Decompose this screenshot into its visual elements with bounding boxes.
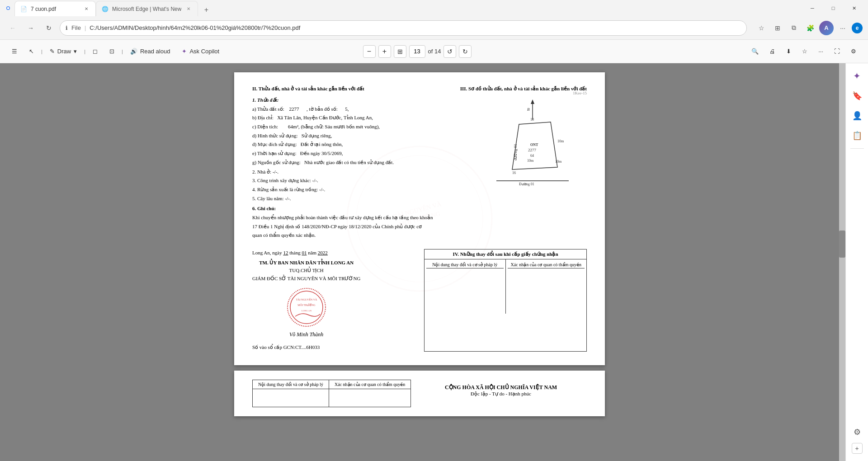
tab-edge[interactable]: 🌐 Microsoft Edge | What's New ✕ [96,1,198,16]
item-1g: g) Nguồn gốc sử dụng: Nhà nước giao đất … [252,158,478,167]
address-box[interactable]: ℹ File | C:/Users/ADMIN/Desktop/hinh/64m… [60,20,747,36]
tab-pdf-favicon: 📄 [20,6,27,12]
svg-text:Đường 01: Đường 01 [519,182,534,186]
svg-text:TÀI NGUYÊN VÀ: TÀI NGUYÊN VÀ [296,298,317,301]
collections-button[interactable]: ⊞ [770,21,785,35]
pdf-more-button[interactable]: ··· [814,44,828,59]
cursor-button[interactable]: ↖ [24,44,38,59]
title-bar: 📄 7 cuon.pdf ✕ 🌐 Microsoft Edge | What's… [0,0,868,16]
section2-title: II. Thửa đất, nhà ở và tài sản khác gắn … [252,86,364,92]
item-4: 4. Rừng sản xuất là rừng trồng: -/-. [252,185,478,194]
back-button[interactable]: ← [5,21,20,35]
sidebar-profile-button[interactable]: 👤 [848,107,866,125]
ask-copilot-button[interactable]: ✦ Ask Copilot [177,44,224,59]
svg-text:10m: 10m [557,139,564,143]
separator1: | [41,49,42,54]
svg-text:B: B [527,107,530,112]
minimize-button[interactable]: ─ [802,0,823,16]
svg-point-1 [7,7,9,9]
toggle-sidebar-button[interactable]: ☰ [7,44,22,59]
pdf-print-button[interactable]: 🖨 [765,44,780,59]
rotate-left-button[interactable]: ↺ [443,45,456,58]
more-button[interactable]: ··· [835,21,850,35]
tab-bar: 📄 7 cuon.pdf ✕ 🌐 Microsoft Edge | What's… [13,0,802,16]
item-3: 3. Công trình xây dựng khác: -/-. [252,176,478,185]
section4-cols: Nội dung thay đổi và cơ sở pháp lý Xác n… [425,259,586,314]
sidebar-copilot-button[interactable]: ✦ [848,67,866,85]
extensions-button[interactable]: 🧩 [803,21,817,35]
scrollbar[interactable] [839,63,845,461]
edge-icon[interactable]: e [852,23,863,33]
sidebar-settings-button[interactable]: ⚙ [848,423,866,441]
zoom-out-button[interactable]: − [363,45,376,58]
draw-button[interactable]: ✎ Draw ▾ [45,44,81,59]
pdf-favorites-button[interactable]: ☆ [797,44,812,59]
rotate-right-button[interactable]: ↻ [459,45,472,58]
split-button[interactable]: ⧉ [787,21,801,35]
section4-table: IV. Những thay đổi sau khi cấp giấy chứn… [424,249,587,352]
sig-date: Long An, ngày 12 tháng 01 năm 2022 [252,249,360,257]
svg-text:64: 64 [530,154,534,158]
tab-pdf-title: 7 cuon.pdf [31,6,79,12]
sidebar-bookmark-button[interactable]: 🔖 [848,87,866,105]
pdf-settings-button[interactable]: ⚙ [846,44,861,59]
draw-label: Draw [57,48,71,55]
sidebar-collections-button[interactable]: 📋 [848,127,866,145]
pdf-save-button[interactable]: ⬇ [782,44,796,59]
file-label: File [71,24,81,31]
fullscreen-button[interactable]: ⛶ [830,44,844,59]
tab-pdf[interactable]: 📄 7 cuon.pdf ✕ [14,1,96,16]
tab-edge-title: Microsoft Edge | What's New [112,6,181,12]
info-icon: ℹ [66,25,68,31]
section4-title: IV. Những thay đổi sau khi cấp giấy chứn… [425,249,586,259]
profile-button[interactable]: A [819,21,834,35]
bottom-col2-data [329,389,410,407]
erase-icon: ◻ [93,48,98,55]
bottom-col1-header: Nội dung thay đổi và cơ sở pháp lý [253,380,329,389]
pdf-content[interactable]: TÀI NGUYÊN VÀ MÔI TRƯỜNG II. Thửa đất, n… [0,63,839,461]
page-total: of 14 [428,48,441,55]
col2-header: Xác nhận của cơ quan có thẩm quyền [508,261,585,268]
favorites-button[interactable]: ☆ [754,21,769,35]
read-aloud-icon: 🔊 [130,48,137,55]
zoom-in-button[interactable]: + [378,45,391,58]
pdf-search-button[interactable]: 🔍 [747,44,763,59]
pdf-toolbar: ☰ ↖ | ✎ Draw ▾ | ◻ ⊡ | 🔊 Read aloud ✦ As… [0,40,868,63]
page-number-input[interactable] [409,45,425,58]
item-6-text3: quan có thẩm quyền xác nhận. [252,231,478,240]
tab-edge-close[interactable]: ✕ [185,5,192,13]
forward-button[interactable]: → [24,21,38,35]
so-vao: Số vào sổ cấp GCN:CT....6H033 [252,343,360,352]
maximize-button[interactable]: □ [823,0,844,16]
read-aloud-button[interactable]: 🔊 Read aloud [126,44,175,59]
pdf-navigation-controls: − + ⊞ of 14 ↺ ↻ [363,45,472,58]
item-1c: c) Diện tích: 64m², (bằng chữ: Sáu mươi … [252,122,478,131]
window-controls: ─ □ ✕ [802,0,864,16]
refresh-button[interactable]: ↻ [42,21,56,35]
item-6-text2: 17 Điều 1 Nghị định số 148/2020/NĐ-CP ng… [252,222,478,231]
svg-text:LONG AN: LONG AN [302,310,311,312]
svg-text:16: 16 [512,171,516,175]
svg-point-21 [288,288,326,326]
browser-toolbar-icons: ☆ ⊞ ⧉ 🧩 A ··· e [754,21,863,35]
pdf-page-13: TÀI NGUYÊN VÀ MÔI TRƯỜNG II. Thửa đất, n… [234,72,605,365]
sidebar-expand-button[interactable]: + [852,443,863,454]
close-button[interactable]: ✕ [844,0,864,16]
fit-page-button[interactable]: ⊞ [394,45,406,58]
new-tab-button[interactable]: + [200,4,212,16]
tab-pdf-close[interactable]: ✕ [83,5,90,13]
erase-button[interactable]: ◻ [88,44,102,59]
sig-left: Long An, ngày 12 tháng 01 năm 2022 TM. Ủ… [252,249,360,352]
sidebar-divider [850,148,864,149]
layout-button[interactable]: ⊡ [105,44,119,59]
scrollbar-thumb[interactable] [839,230,845,258]
official-stamp: TÀI NGUYÊN VÀ MÔI TRƯỜNG LONG AN [286,287,327,330]
item-1e: e) Thời hạn sử dụng: Đến ngày 30/5/2069, [252,149,478,158]
separator3: | [122,49,123,54]
separator2: | [84,49,85,54]
ask-copilot-icon: ✦ [182,48,187,55]
url-text: C:/Users/ADMIN/Desktop/hinh/64m2%20lk06-… [90,24,741,31]
item-5: 5. Cây lâu năm: -/-. [252,194,478,203]
draw-dropdown-icon: ▾ [74,48,77,55]
vn-header-section: CỘNG HÒA XÃ HỘI CHỦ NGHĨA VIỆT NAM Độc l… [415,380,587,407]
